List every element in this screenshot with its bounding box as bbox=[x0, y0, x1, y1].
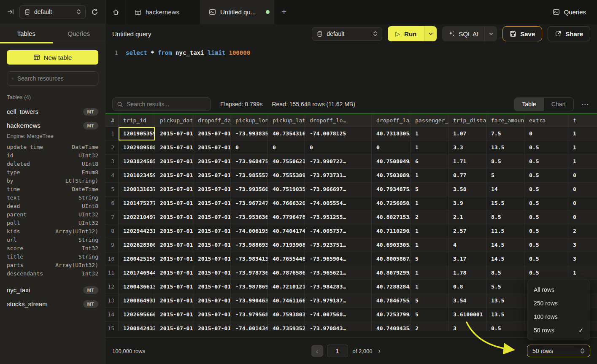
cell[interactable]: 2015-07-01… bbox=[193, 197, 231, 210]
cell[interactable]: 4 bbox=[448, 238, 486, 252]
cell[interactable]: 40.7461166… bbox=[268, 294, 305, 307]
cell[interactable]: 3.9 bbox=[448, 197, 486, 210]
column-header[interactable]: dropoff_lo… bbox=[305, 114, 372, 127]
cell[interactable]: 40.7593803… bbox=[268, 308, 305, 321]
cell[interactable]: -73.979568… bbox=[231, 308, 268, 321]
cell[interactable]: 0 bbox=[524, 127, 568, 140]
menu-item-100-rows[interactable]: 100 rows bbox=[527, 310, 590, 324]
cell[interactable]: 40.7550621… bbox=[268, 155, 305, 168]
cell[interactable]: -74.005737… bbox=[305, 224, 372, 238]
cell[interactable]: 1201023459 bbox=[119, 169, 155, 182]
save-button[interactable]: Save bbox=[502, 26, 542, 41]
column-header[interactable]: dropoff_la… bbox=[372, 114, 411, 127]
column-header[interactable]: dropoff_da… bbox=[193, 114, 231, 127]
cell[interactable]: -73.923751… bbox=[305, 238, 372, 252]
cell[interactable]: 3 bbox=[448, 322, 486, 331]
new-table-button[interactable]: New table bbox=[7, 50, 98, 65]
cell[interactable]: 40.7253799… bbox=[372, 308, 411, 321]
cell[interactable]: 40.7193908… bbox=[268, 238, 305, 252]
cell[interactable]: -74.007568… bbox=[305, 308, 372, 321]
cell[interactable]: 40.7876586… bbox=[268, 266, 305, 280]
cell[interactable]: 8.5 bbox=[486, 155, 524, 168]
tab-untitled-query[interactable]: Untitled qu... bbox=[200, 0, 274, 24]
cell[interactable]: 0.5 bbox=[524, 183, 568, 196]
page-number-input[interactable] bbox=[327, 345, 348, 357]
cell[interactable]: -73.979187… bbox=[305, 294, 372, 307]
cell[interactable]: 2015-07-01… bbox=[155, 169, 193, 182]
cell[interactable]: 2015-07-01… bbox=[155, 266, 193, 280]
cell[interactable]: -74.0078125 bbox=[305, 127, 372, 140]
sql-ai-button[interactable]: SQL AI bbox=[442, 26, 484, 41]
cell[interactable]: 2015-07-01… bbox=[155, 252, 193, 266]
cell[interactable]: 3.6100001 bbox=[448, 308, 486, 321]
cell[interactable]: 3.3 bbox=[448, 141, 486, 154]
table-view-toggle[interactable]: Table bbox=[514, 98, 543, 111]
cell[interactable]: -73.968475… bbox=[231, 155, 268, 168]
cell[interactable]: 5 bbox=[486, 169, 524, 182]
cell[interactable]: 40.7796478… bbox=[268, 210, 305, 224]
cell[interactable]: 1 bbox=[411, 197, 448, 210]
tab-queries[interactable]: Queries bbox=[53, 24, 105, 43]
query-database-selector[interactable]: default bbox=[312, 27, 382, 41]
cell[interactable]: -74.006195… bbox=[231, 224, 268, 238]
cell[interactable]: 2015-07-01… bbox=[193, 308, 231, 321]
cell[interactable]: 2015-07-01… bbox=[155, 238, 193, 252]
cell[interactable]: 1203824585 bbox=[119, 155, 155, 168]
page-size-selector[interactable]: 50 rows bbox=[527, 345, 590, 357]
cell[interactable]: 0.5 bbox=[524, 197, 568, 210]
cell[interactable]: 2 bbox=[411, 210, 448, 224]
cell[interactable]: 11.5 bbox=[486, 224, 524, 238]
cell[interactable]: 2015-07-01… bbox=[155, 224, 193, 238]
new-tab-button[interactable]: + bbox=[274, 0, 294, 24]
cell[interactable]: 1 bbox=[411, 127, 448, 140]
cell[interactable]: 1202210497 bbox=[119, 210, 155, 224]
tab-home[interactable] bbox=[105, 0, 126, 24]
cell[interactable]: -73.951255… bbox=[305, 210, 372, 224]
sql-ai-options-button[interactable] bbox=[484, 26, 497, 41]
cell[interactable]: 40.7555389… bbox=[268, 169, 305, 182]
cell[interactable]: 5.5 bbox=[486, 280, 524, 294]
cell[interactable]: 0 bbox=[568, 197, 597, 210]
cell[interactable]: 2015-07-01… bbox=[193, 322, 231, 331]
cell[interactable]: 1 bbox=[411, 238, 448, 252]
cell[interactable]: 1201475277 bbox=[119, 197, 155, 210]
column-header[interactable]: passenger_… bbox=[411, 114, 448, 127]
cell[interactable]: 0.5 bbox=[524, 210, 568, 224]
cell[interactable]: 40.7288284… bbox=[372, 280, 411, 294]
cell[interactable]: 2015-07-01… bbox=[155, 197, 193, 210]
cell[interactable]: 40.8027153… bbox=[372, 210, 411, 224]
cell[interactable]: 14 bbox=[486, 183, 524, 196]
cell[interactable]: 1202989588 bbox=[119, 141, 155, 154]
cell[interactable]: 0.5 bbox=[524, 141, 568, 154]
cell[interactable]: 1.71 bbox=[448, 155, 486, 168]
cell[interactable]: 8.5 bbox=[486, 266, 524, 280]
cell[interactable]: 2015-07-01… bbox=[155, 155, 193, 168]
previous-page-button[interactable]: ‹ bbox=[311, 345, 323, 357]
tab-tables[interactable]: Tables bbox=[0, 24, 53, 43]
column-header[interactable]: pickup_lon… bbox=[231, 114, 268, 127]
cell[interactable]: 2015-07-01… bbox=[193, 141, 231, 154]
cell[interactable]: -73.993560… bbox=[231, 183, 268, 196]
cell[interactable]: 2015-07-01… bbox=[193, 238, 231, 252]
cell[interactable]: 2015-07-01… bbox=[155, 183, 193, 196]
cell[interactable]: 3.54 bbox=[448, 294, 486, 307]
cell[interactable]: 0 bbox=[568, 169, 597, 182]
cell[interactable]: -73.988693… bbox=[231, 238, 268, 252]
column-header[interactable]: pickup_dat… bbox=[155, 114, 193, 127]
cell[interactable]: 0.5 bbox=[524, 238, 568, 252]
cell[interactable]: 15.5 bbox=[486, 197, 524, 210]
cell[interactable]: 1.78 bbox=[448, 266, 486, 280]
column-header[interactable]: trip_id bbox=[119, 114, 155, 127]
column-header[interactable]: fare_amount bbox=[486, 114, 524, 127]
cell[interactable]: 0.5 bbox=[524, 169, 568, 182]
cell[interactable]: 40.7519035… bbox=[268, 183, 305, 196]
cell[interactable]: 13.5 bbox=[486, 294, 524, 307]
cell[interactable]: 2015-07-01… bbox=[193, 294, 231, 307]
cell[interactable]: 1200436613 bbox=[119, 280, 155, 294]
more-options-icon[interactable]: ⋯ bbox=[580, 100, 590, 109]
cell[interactable]: 40.7256050… bbox=[372, 197, 411, 210]
sidebar-database-selector[interactable]: default bbox=[19, 5, 86, 19]
cell[interactable]: 40.7318305… bbox=[372, 127, 411, 140]
cell[interactable]: -73.953636… bbox=[231, 210, 268, 224]
cell[interactable]: 14.5 bbox=[486, 238, 524, 252]
